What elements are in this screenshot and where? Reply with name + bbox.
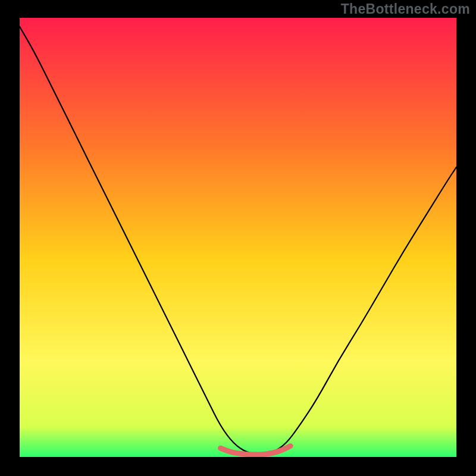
plot-area [20,18,456,457]
chart-frame: TheBottleneck.com [0,0,476,476]
gradient-background [20,18,456,457]
watermark-text: TheBottleneck.com [341,1,470,17]
bottleneck-chart [20,18,456,457]
